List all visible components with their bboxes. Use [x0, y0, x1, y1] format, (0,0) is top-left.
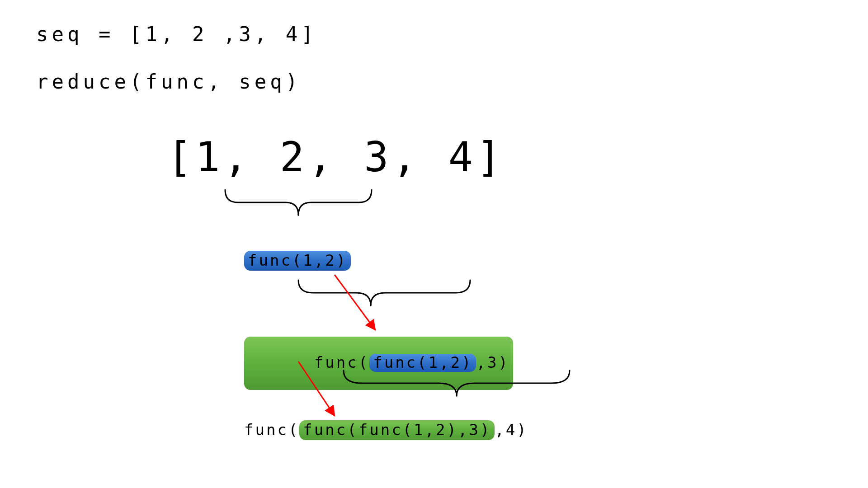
pill-step2-inner: func(1,2) — [369, 354, 476, 372]
sequence-literal: [1, 2, 3, 4] — [167, 133, 505, 181]
pill-step3-inner: func(func(1,2),3) — [299, 420, 495, 440]
step3-prefix: func( — [244, 421, 299, 439]
step3-inner-prefix: func( — [303, 421, 358, 439]
step3-inner-inner: func(1,2) — [359, 421, 458, 439]
step2-suffix: ,3) — [476, 353, 509, 371]
step3-suffix: ,4) — [495, 421, 528, 439]
code-line-seq: seq = [1, 2 ,3, 4] — [36, 23, 317, 46]
step2-prefix: func( — [314, 353, 369, 371]
brace-1-2 — [225, 190, 372, 215]
code-line-reduce: reduce(func, seq) — [36, 70, 301, 93]
arrow-step1-to-step2 — [335, 275, 375, 330]
pill-func12: func(1,2) — [244, 251, 351, 271]
reduce-step-3: func(func(func(1,2),3),4) — [244, 420, 528, 440]
reduce-step-1: func(1,2) — [244, 251, 351, 271]
pill-step2-outer: func(func(1,2),3) — [244, 337, 513, 390]
reduce-step-2: func(func(1,2),3) — [244, 337, 513, 390]
step3-inner-suffix: ,3) — [458, 421, 491, 439]
brace-12-3 — [298, 280, 470, 305]
diagram-stage: seq = [1, 2 ,3, 4] reduce(func, seq) [1,… — [0, 0, 868, 488]
